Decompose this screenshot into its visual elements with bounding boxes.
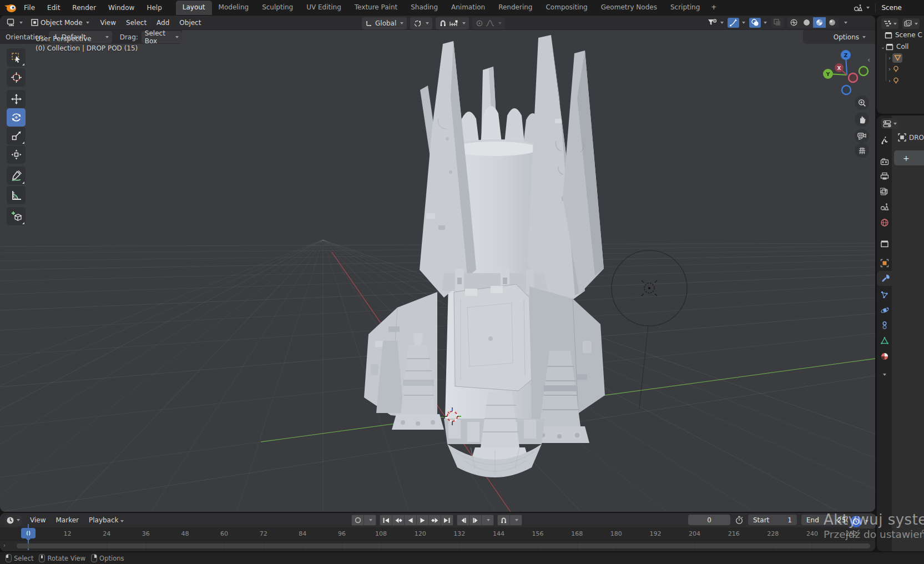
snap-magnet-button[interactable]: [498, 515, 509, 525]
outliner-row-light[interactable]: ›: [877, 63, 924, 74]
workspace-tab-shading[interactable]: Shading: [404, 1, 445, 15]
play-button[interactable]: [417, 515, 428, 525]
properties-tab-view-layer[interactable]: [877, 184, 892, 199]
properties-tab-material[interactable]: [877, 349, 892, 364]
shading-rendered-button[interactable]: [826, 17, 839, 28]
workspace-tab-rendering[interactable]: Rendering: [492, 1, 539, 15]
add-workspace-button[interactable]: +: [706, 1, 721, 15]
properties-tab-particles[interactable]: [877, 287, 892, 302]
frame-forward-button[interactable]: [469, 515, 481, 525]
timeline-editor-type-button[interactable]: [4, 515, 22, 526]
overlay-clock-widget[interactable]: [848, 514, 876, 528]
viewport-canvas[interactable]: User Perspective (0) Collection | DROP P…: [0, 30, 875, 512]
timeline-menu-marker[interactable]: Marker: [51, 516, 83, 524]
start-frame-field[interactable]: Start 1: [748, 515, 797, 525]
tool-cursor[interactable]: [7, 68, 26, 87]
visibility-filter-dropdown[interactable]: [708, 18, 724, 27]
outliner-display-mode-button[interactable]: [902, 18, 920, 29]
play-reverse-button[interactable]: [405, 515, 416, 525]
tool-measure[interactable]: [7, 186, 26, 204]
proportional-editing-controls[interactable]: [472, 17, 505, 29]
workspace-tab-sculpting[interactable]: Sculpting: [255, 1, 300, 15]
scene-selector[interactable]: Scene: [854, 0, 902, 15]
tool-scale[interactable]: [7, 127, 26, 145]
prev-keyframe-button[interactable]: [392, 515, 404, 525]
shading-wireframe-button[interactable]: [787, 17, 800, 28]
workspace-tab-modeling[interactable]: Modeling: [212, 1, 256, 15]
snap-dropdown[interactable]: [510, 515, 522, 525]
gizmo-minus-y-axis[interactable]: [859, 67, 868, 75]
camera-view-button[interactable]: [855, 129, 869, 143]
viewport-menu-add[interactable]: Add: [152, 19, 174, 27]
pivot-point-dropdown[interactable]: [410, 17, 432, 29]
properties-tab-modifiers[interactable]: [877, 271, 924, 286]
tree-expander-icon[interactable]: ›: [887, 78, 892, 84]
end-frame-field[interactable]: End 250: [801, 515, 855, 525]
tool-move[interactable]: [7, 90, 26, 108]
outliner-row-light[interactable]: ›: [877, 75, 924, 86]
current-frame-field[interactable]: 0: [688, 515, 730, 525]
menu-file[interactable]: File: [18, 1, 41, 15]
properties-tab-scene[interactable]: [877, 199, 892, 214]
properties-tab-collection[interactable]: [877, 236, 892, 251]
menu-edit[interactable]: Edit: [41, 1, 66, 15]
outliner-row-scene-collection[interactable]: Scene C: [877, 29, 924, 41]
menu-window[interactable]: Window: [102, 1, 140, 15]
properties-tab-tool[interactable]: [877, 133, 892, 148]
workspace-tab-scripting[interactable]: Scripting: [664, 1, 706, 15]
viewport-menu-select[interactable]: Select: [121, 19, 152, 27]
overlays-toggle[interactable]: [749, 18, 767, 28]
pan-button[interactable]: [855, 112, 869, 127]
frame-back-button[interactable]: [457, 515, 469, 525]
menu-help[interactable]: Help: [140, 1, 168, 15]
snapping-controls[interactable]: [436, 17, 469, 29]
keying-dropdown[interactable]: [364, 515, 376, 525]
viewport-menu-object[interactable]: Object: [174, 19, 206, 27]
tool-transform[interactable]: [7, 145, 26, 164]
gizmo-minus-x-axis[interactable]: [849, 73, 857, 82]
shading-material-button[interactable]: [813, 17, 826, 28]
add-modifier-button[interactable]: +: [894, 150, 924, 165]
tool-annotate[interactable]: [7, 167, 26, 185]
properties-tab-constraints[interactable]: [877, 318, 892, 333]
workspace-tab-texture-paint[interactable]: Texture Paint: [348, 1, 404, 15]
zoom-button[interactable]: [855, 95, 869, 110]
tree-expander-icon[interactable]: ⌄: [880, 44, 886, 50]
gizmos-toggle[interactable]: [728, 18, 745, 28]
tabs-overflow-chevron[interactable]: [881, 370, 886, 377]
tool-add-cube[interactable]: [7, 207, 26, 225]
frame-step-dropdown[interactable]: [482, 515, 493, 525]
timeline-menu-view[interactable]: View: [25, 516, 51, 524]
outliner-editor-type-button[interactable]: [881, 18, 898, 29]
navigation-gizmo[interactable]: X Y Z: [822, 31, 873, 97]
tool-select-box[interactable]: [7, 48, 26, 67]
channel-expander[interactable]: ›: [3, 542, 6, 548]
tool-rotate[interactable]: [7, 108, 26, 127]
grid-view-button[interactable]: [855, 143, 869, 158]
gizmo-minus-z-axis[interactable]: [842, 85, 851, 94]
preview-range-clock-icon[interactable]: [735, 516, 744, 525]
workspace-tab-compositing[interactable]: Compositing: [539, 1, 594, 15]
workspace-tab-geometry-nodes[interactable]: Geometry Nodes: [594, 1, 664, 15]
mode-selector[interactable]: Object Mode: [28, 17, 92, 28]
jump-start-button[interactable]: [380, 515, 392, 525]
jump-end-button[interactable]: [441, 515, 453, 525]
panel-collapse-arrow[interactable]: ‹: [867, 56, 870, 64]
properties-tab-render[interactable]: [877, 154, 892, 169]
properties-tab-world[interactable]: [877, 215, 892, 230]
editor-type-button[interactable]: [4, 17, 26, 28]
tree-expander-icon[interactable]: ›: [887, 66, 892, 72]
transform-orientation-dropdown[interactable]: Global: [362, 17, 407, 29]
properties-tab-object[interactable]: [877, 255, 892, 270]
workspace-tab-layout[interactable]: Layout: [176, 1, 212, 15]
tree-expander-icon[interactable]: ›: [887, 55, 892, 61]
outliner-row-collection[interactable]: ⌄Coll: [877, 41, 924, 52]
properties-tab-output[interactable]: [877, 169, 892, 184]
viewport-menu-view[interactable]: View: [95, 19, 121, 27]
workspace-tab-animation[interactable]: Animation: [445, 1, 492, 15]
outliner-row-mesh[interactable]: ›: [877, 52, 924, 63]
xray-toggle[interactable]: [771, 17, 784, 28]
workspace-tab-uv-editing[interactable]: UV Editing: [300, 1, 348, 15]
auto-keying-button[interactable]: [352, 515, 363, 525]
properties-editor-type-button[interactable]: [881, 118, 898, 129]
